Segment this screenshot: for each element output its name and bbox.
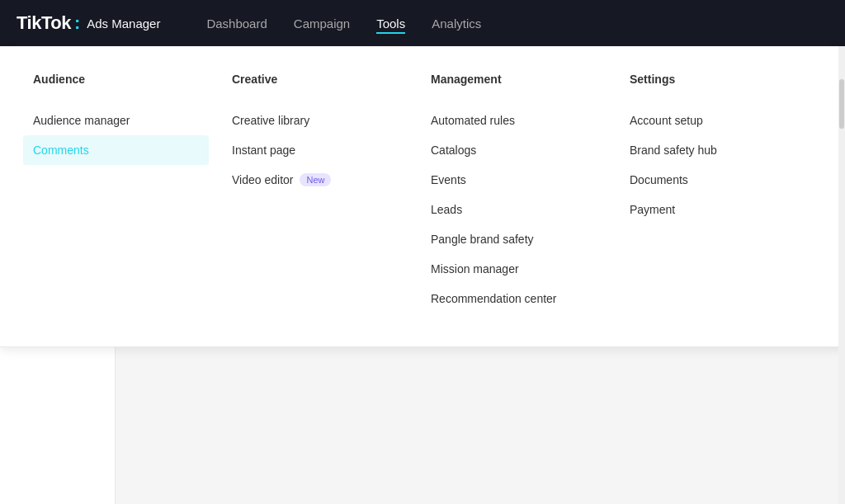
menu-item-recommendation-center[interactable]: Recommendation center xyxy=(431,284,597,313)
tools-dropdown-menu: Audience Audience manager Comments Creat… xyxy=(0,46,845,347)
dropdown-col-creative: Creative Creative library Instant page V… xyxy=(215,73,414,313)
audience-col-items: Audience manager Comments xyxy=(33,106,199,165)
dropdown-col-management: Management Automated rules Catalogs Even… xyxy=(414,73,613,313)
menu-item-events[interactable]: Events xyxy=(431,165,597,195)
management-col-items: Automated rules Catalogs Events Leads Pa… xyxy=(431,106,597,313)
nav-analytics[interactable]: Analytics xyxy=(432,13,481,34)
nav-tools[interactable]: Tools xyxy=(376,13,405,34)
management-col-header: Management xyxy=(431,73,597,86)
creative-col-header: Creative xyxy=(232,73,398,86)
settings-col-items: Account setup Brand safety hub Documents… xyxy=(630,106,795,224)
menu-item-mission-manager[interactable]: Mission manager xyxy=(431,254,597,284)
menu-item-instant-page[interactable]: Instant page xyxy=(232,135,398,165)
menu-item-creative-library[interactable]: Creative library xyxy=(232,106,398,135)
menu-item-payment[interactable]: Payment xyxy=(630,195,795,224)
menu-item-pangle-brand-safety[interactable]: Pangle brand safety xyxy=(431,224,597,254)
scrollbar[interactable] xyxy=(838,46,845,504)
video-editor-label: Video editor xyxy=(232,173,293,186)
top-navigation: TikTok : Ads Manager Dashboard Campaign … xyxy=(0,0,845,46)
creative-col-items: Creative library Instant page Video edit… xyxy=(232,106,398,195)
menu-item-comments[interactable]: Comments xyxy=(23,135,209,165)
scroll-thumb[interactable] xyxy=(839,79,844,129)
menu-item-account-setup[interactable]: Account setup xyxy=(630,106,795,135)
menu-item-video-editor[interactable]: Video editor New xyxy=(232,165,398,195)
menu-item-leads[interactable]: Leads xyxy=(431,195,597,224)
nav-dashboard[interactable]: Dashboard xyxy=(206,13,267,34)
new-badge: New xyxy=(300,173,331,186)
dropdown-col-settings: Settings Account setup Brand safety hub … xyxy=(613,73,812,313)
brand-tiktok-text: TikTok xyxy=(17,12,71,34)
brand-sub-text: Ads Manager xyxy=(87,16,160,31)
nav-campaign[interactable]: Campaign xyxy=(294,13,350,34)
menu-item-audience-manager[interactable]: Audience manager xyxy=(33,106,199,135)
menu-item-catalogs[interactable]: Catalogs xyxy=(431,135,597,165)
menu-item-brand-safety-hub[interactable]: Brand safety hub xyxy=(630,135,795,165)
brand-colon: : xyxy=(74,12,80,34)
menu-item-automated-rules[interactable]: Automated rules xyxy=(431,106,597,135)
dropdown-col-audience: Audience Audience manager Comments xyxy=(33,73,215,313)
menu-item-documents[interactable]: Documents xyxy=(630,165,795,195)
brand-logo[interactable]: TikTok : Ads Manager xyxy=(17,12,160,34)
settings-col-header: Settings xyxy=(630,73,795,86)
nav-links: Dashboard Campaign Tools Analytics xyxy=(206,13,481,34)
audience-col-header: Audience xyxy=(33,73,199,86)
